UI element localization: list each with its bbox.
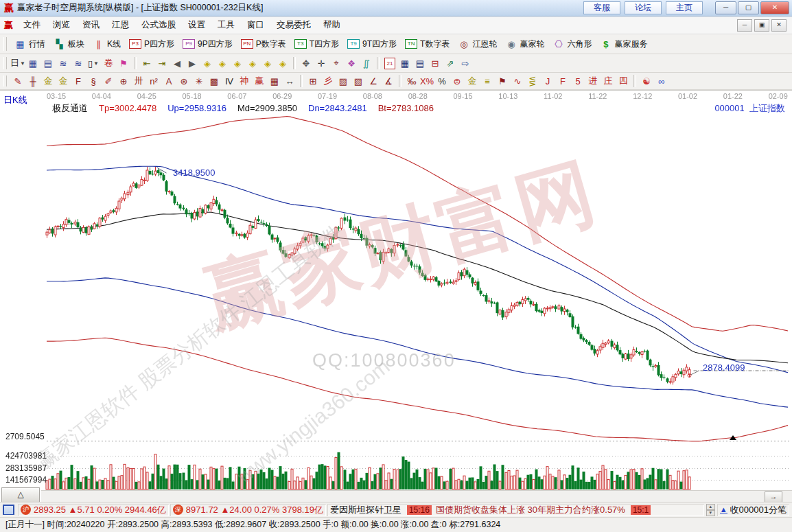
wave-tool[interactable]: ∿ bbox=[510, 74, 525, 88]
j-angle-tool[interactable]: J bbox=[540, 74, 555, 88]
gann-grid-tool[interactable]: ╫ bbox=[25, 74, 40, 88]
pan-right-diamond-button[interactable]: ◈ bbox=[215, 56, 230, 70]
menu-item-formula-stock-pick[interactable]: 公式选股 bbox=[135, 17, 182, 33]
compass-tool[interactable]: ⊛ bbox=[176, 74, 191, 88]
tick-view-panel[interactable]: ▲ 收000001分笔 bbox=[717, 504, 789, 516]
f-percent-grid-tool[interactable]: F bbox=[71, 74, 86, 88]
news-ticker[interactable]: 爱因斯坦探针卫星 15:16 国债期货收盘集体上涨 30年期主力合约涨0.57%… bbox=[327, 504, 704, 516]
grid-123-tool[interactable]: ▦ bbox=[267, 74, 282, 88]
angle-ray-tool[interactable]: ∠ bbox=[366, 74, 381, 88]
export-chart-button[interactable]: ⇗ bbox=[443, 56, 458, 70]
drag-hand-button[interactable]: ✥ bbox=[299, 56, 314, 70]
menu-item-tools[interactable]: 工具 bbox=[211, 17, 241, 33]
gann-tool-purple-icon[interactable]: ❖ bbox=[344, 56, 359, 70]
f-angle-tool[interactable]: F bbox=[555, 74, 570, 88]
next-bar-button[interactable]: ▶ bbox=[185, 56, 200, 70]
jin-angle-tool[interactable]: 进 bbox=[585, 74, 601, 88]
spinner-up-icon[interactable]: ▲ bbox=[706, 504, 715, 510]
analysis-web-icon[interactable]: ∬ bbox=[359, 56, 374, 70]
gann-box-tool[interactable]: ▩ bbox=[207, 74, 222, 88]
mdi-close-button[interactable]: ✕ bbox=[771, 19, 787, 32]
shen-tool[interactable]: 神 bbox=[237, 74, 252, 88]
ray-fan-tool[interactable]: 彡 bbox=[321, 74, 336, 88]
menu-item-browse[interactable]: 浏览 bbox=[47, 17, 76, 33]
taiji-icon[interactable]: ☯ bbox=[639, 74, 654, 88]
sectors-button[interactable]: ▚板块 bbox=[49, 37, 89, 51]
toolbar-grip[interactable] bbox=[3, 57, 7, 69]
time-cycle-tool[interactable]: ⊕ bbox=[116, 74, 131, 88]
close-button[interactable]: ✕ bbox=[760, 1, 789, 14]
nine-t-square-button[interactable]: T99T四方形 bbox=[343, 37, 401, 51]
p-number-table-button[interactable]: PNP数字表 bbox=[237, 37, 290, 51]
bar-width-tool[interactable]: ↔ bbox=[282, 74, 297, 88]
window-layout-icon[interactable]: ▦ bbox=[25, 56, 40, 70]
angle-pencil-tool[interactable]: ✐ bbox=[101, 74, 116, 88]
t-number-table-button[interactable]: TNT数字表 bbox=[401, 37, 454, 51]
shenzhen-index-panel[interactable]: 深 8971.72 ▲24.00 0.27% 3798.19亿 bbox=[170, 504, 326, 516]
shanghai-index-panel[interactable]: 沪 2893.25 ▲5.71 0.20% 2944.46亿 bbox=[18, 504, 169, 516]
flag-icon[interactable]: ⚑ bbox=[116, 56, 131, 70]
ying-tool[interactable]: 赢 bbox=[252, 74, 267, 88]
toolbar-grip[interactable] bbox=[3, 37, 7, 51]
last-bar-button[interactable]: ⇥ bbox=[154, 56, 170, 70]
spinner-down-icon[interactable]: ▼ bbox=[706, 510, 715, 516]
candle-style-dropdown[interactable]: ▯▼ bbox=[86, 56, 101, 70]
save-button[interactable]: ⊟ bbox=[428, 56, 443, 70]
gold-section-tool[interactable]: 金 bbox=[40, 74, 56, 88]
chart-9-lines-icon[interactable]: ≋ bbox=[71, 56, 86, 70]
p-square-button[interactable]: P3P四方形 bbox=[125, 37, 178, 51]
mdi-restore-button[interactable]: ▣ bbox=[754, 19, 769, 32]
gold-channel-tool[interactable]: ⋚ bbox=[525, 74, 540, 88]
info-panel-icon[interactable]: ▤ bbox=[40, 56, 56, 70]
mirror-a-tool[interactable]: A bbox=[161, 74, 176, 88]
v-compress-diamond-button[interactable]: ◈ bbox=[260, 56, 275, 70]
zhuang-angle-tool[interactable]: 庄 bbox=[601, 74, 616, 88]
nine-p-square-button[interactable]: P99P四方形 bbox=[178, 37, 237, 51]
h-compress-diamond-button[interactable]: ◈ bbox=[230, 56, 245, 70]
menu-item-file[interactable]: 文件 bbox=[17, 17, 47, 33]
chart-3-lines-icon[interactable]: ≋ bbox=[56, 56, 71, 70]
volume-pane-expand-button[interactable]: △ bbox=[1, 487, 40, 502]
mdi-minimize-button[interactable]: ─ bbox=[737, 19, 752, 32]
gold-percent-tool[interactable]: 金 bbox=[465, 74, 480, 88]
period-day-dropdown[interactable]: 日▼ bbox=[10, 56, 25, 70]
pencil-tool[interactable]: ✎ bbox=[10, 74, 25, 88]
first-bar-button[interactable]: ⇤ bbox=[139, 56, 154, 70]
menu-item-settings[interactable]: 设置 bbox=[182, 17, 211, 33]
send-data-button[interactable]: ⇨ bbox=[458, 56, 473, 70]
price-grid-tool[interactable]: 卅 bbox=[131, 74, 146, 88]
n2-square-tool[interactable]: n² bbox=[146, 74, 161, 88]
v-expand-diamond-button[interactable]: ◈ bbox=[275, 56, 290, 70]
gann-web-tool[interactable]: ✳ bbox=[191, 74, 207, 88]
homepage-button[interactable]: 主页 bbox=[666, 1, 703, 14]
kline-chart-canvas[interactable] bbox=[0, 91, 792, 502]
customer-service-button[interactable]: 客服 bbox=[583, 1, 620, 14]
circle-percent-tool[interactable]: ⊜ bbox=[450, 74, 465, 88]
box-fan-tool[interactable]: ▨ bbox=[336, 74, 351, 88]
scroll-paper-icon[interactable]: 卷 bbox=[101, 56, 116, 70]
winner-wheel-button[interactable]: ◉赢家轮 bbox=[501, 37, 548, 51]
hexagon-button[interactable]: ⎔六角形 bbox=[548, 37, 596, 51]
quotes-grid-icon[interactable] bbox=[3, 505, 14, 515]
pan-left-diamond-button[interactable]: ◈ bbox=[200, 56, 215, 70]
percent-tool[interactable]: % bbox=[434, 74, 450, 88]
menu-item-help[interactable]: 帮助 bbox=[317, 17, 347, 33]
calendar-21-button[interactable]: 21 bbox=[382, 56, 397, 70]
four-angle-tool[interactable]: 四 bbox=[616, 74, 631, 88]
t-square-button[interactable]: T3T四方形 bbox=[290, 37, 343, 51]
menu-item-window[interactable]: 窗口 bbox=[241, 17, 270, 33]
gann-wheel-button[interactable]: ◎江恩轮 bbox=[454, 37, 501, 51]
gold-section2-tool[interactable]: 金 bbox=[56, 74, 71, 88]
percent-table-tool[interactable]: ‰ bbox=[404, 74, 419, 88]
zoom-pointer-button[interactable]: ⌖ bbox=[329, 56, 344, 70]
infinity-icon[interactable]: ∞ bbox=[654, 74, 669, 88]
toolbar-grip[interactable] bbox=[3, 76, 7, 87]
market-quotes-button[interactable]: ▦行情 bbox=[10, 37, 49, 51]
kline-button[interactable]: ∥K线 bbox=[89, 37, 125, 51]
box-range-tool[interactable]: ⊞ bbox=[305, 74, 321, 88]
menu-item-news[interactable]: 资讯 bbox=[76, 17, 106, 33]
crosshair-button[interactable]: ✛ bbox=[314, 56, 329, 70]
forum-button[interactable]: 论坛 bbox=[625, 1, 662, 14]
box-fan2-tool[interactable]: ▧ bbox=[351, 74, 366, 88]
gold-lines-tool[interactable]: ≡ bbox=[480, 74, 495, 88]
